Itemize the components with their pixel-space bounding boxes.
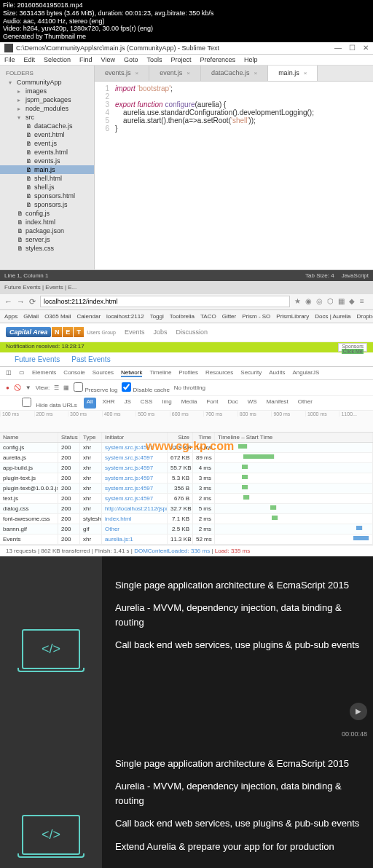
menu-goto[interactable]: Goto xyxy=(124,56,138,63)
dt-tab[interactable]: AngularJS xyxy=(292,369,319,377)
tree-file[interactable]: 🗎dataCache.js xyxy=(0,122,94,130)
bookmark[interactable]: Apps xyxy=(4,313,17,320)
tree-file[interactable]: 🗎styles.css xyxy=(0,244,94,253)
syntax[interactable]: JavaScript xyxy=(342,272,369,279)
bookmark[interactable]: O365 Mail xyxy=(44,313,71,320)
menu-preferences[interactable]: Preferences xyxy=(200,56,235,63)
table-row[interactable]: plugin-text@1.0.0.3.js200xhrsystem.src.j… xyxy=(0,484,373,494)
tree-file-selected[interactable]: 🗎main.js xyxy=(0,165,94,174)
tab-size[interactable]: Tab Size: 4 xyxy=(305,272,334,279)
play-button[interactable]: ▶ xyxy=(350,703,367,720)
preserve-log-checkbox[interactable]: Preserve log xyxy=(74,382,117,393)
clickme-button[interactable]: Click Me xyxy=(342,349,364,354)
close-icon[interactable]: × xyxy=(304,70,307,76)
close-icon[interactable]: × xyxy=(186,70,190,76)
tree-file[interactable]: 🗎shell.html xyxy=(0,174,94,183)
tree-file[interactable]: 🗎index.html xyxy=(0,218,94,226)
close-button[interactable]: ✕ xyxy=(363,44,369,52)
tab[interactable]: dataCache.js× xyxy=(201,66,268,81)
dt-tab[interactable]: Elements xyxy=(32,369,56,377)
dt-tab[interactable]: Resources xyxy=(205,369,233,377)
record-icon[interactable]: ● xyxy=(6,384,9,391)
page-tab[interactable]: Past Events xyxy=(71,355,110,363)
bookmark[interactable]: Gitter xyxy=(222,313,237,320)
table-row[interactable]: plugin-text.js200xhrsystem.src.js:45975.… xyxy=(0,473,373,484)
nav-tab[interactable]: Discussion xyxy=(176,328,208,336)
tree-file[interactable]: 🗎event.js xyxy=(0,139,94,148)
ext-icon[interactable]: ▦ xyxy=(338,297,347,306)
back-button[interactable]: ← xyxy=(4,297,12,306)
close-icon[interactable]: × xyxy=(254,70,257,76)
dt-tab[interactable]: Profiles xyxy=(178,369,198,377)
ext-icon[interactable]: ⬡ xyxy=(327,297,336,306)
tree-folder[interactable]: ▸node_modules xyxy=(0,104,94,113)
tab[interactable]: events.js× xyxy=(95,66,149,81)
tree-file[interactable]: 🗎event.html xyxy=(0,130,94,139)
page-tab[interactable]: Future Events xyxy=(15,355,60,363)
menu-find[interactable]: Find xyxy=(79,56,93,63)
type-all[interactable]: All xyxy=(84,398,96,409)
type-filter[interactable]: Manifest xyxy=(264,398,291,409)
ext-icon[interactable]: ◎ xyxy=(316,297,325,306)
table-row[interactable]: aurelia.js200xhrsystem.src.js:4597672 KB… xyxy=(0,453,373,463)
clear-icon[interactable]: 🚫 xyxy=(14,384,21,391)
disable-cache-checkbox[interactable]: Disable cache xyxy=(122,382,169,393)
sponsors-box[interactable]: Sponsors Click Me xyxy=(338,343,367,352)
menu-help[interactable]: Help xyxy=(244,56,258,63)
dt-tab[interactable]: Console xyxy=(63,369,85,377)
tree-folder[interactable]: ▾src xyxy=(0,113,94,122)
tree-file[interactable]: 🗎sponsors.html xyxy=(0,192,94,200)
tree-file[interactable]: 🗎shell.js xyxy=(0,183,94,192)
filter-icon[interactable]: ▼ xyxy=(25,384,31,391)
type-filter[interactable]: XHR xyxy=(100,398,118,409)
bookmark[interactable]: GMail xyxy=(23,313,39,320)
ext-icon[interactable]: ◆ xyxy=(349,297,358,306)
type-filter[interactable]: Doc xyxy=(224,398,240,409)
url-input[interactable] xyxy=(40,296,290,307)
table-row[interactable]: text.js200xhrsystem.src.js:4597676 B2 ms xyxy=(0,494,373,504)
menu-project[interactable]: Project xyxy=(170,56,191,63)
code-editor[interactable]: 1import 'bootstrap'; 2 3export function … xyxy=(95,82,373,269)
bookmark[interactable]: Calendar xyxy=(77,313,101,320)
throttle-select[interactable]: No throttling xyxy=(174,384,205,391)
tree-file[interactable]: 🗎events.html xyxy=(0,148,94,157)
bookmark[interactable]: Docs | Aurelia xyxy=(315,313,350,320)
bookmark[interactable]: Prism - SO xyxy=(242,313,270,320)
type-filter[interactable]: JS xyxy=(122,398,134,409)
inspect-icon[interactable]: ◫ xyxy=(6,369,12,377)
bookmark[interactable]: PrismLibrary xyxy=(276,313,309,320)
tree-file[interactable]: 🗎events.js xyxy=(0,157,94,165)
ext-icon[interactable]: ★ xyxy=(294,297,303,306)
tree-file[interactable]: 🗎config.js xyxy=(0,209,94,218)
table-row[interactable]: dialog.css200xhrhttp://localhost:2112/js… xyxy=(0,504,373,514)
nav-tab[interactable]: Events xyxy=(125,328,145,336)
tab[interactable]: event.js× xyxy=(149,66,201,81)
hide-urls-checkbox[interactable]: Hide data URLs xyxy=(22,398,80,409)
browser-tab[interactable]: Future Events | Events | E... xyxy=(4,284,76,291)
tree-file[interactable]: 🗎server.js xyxy=(0,235,94,244)
bookmark[interactable]: Toolbrella xyxy=(170,313,195,320)
menu-edit[interactable]: Edit xyxy=(24,56,36,63)
type-filter[interactable]: CSS xyxy=(138,398,155,409)
titlebar[interactable]: C:\Demos\CommunityApp\src\main.js (Commu… xyxy=(0,42,373,55)
table-row[interactable]: bannn.gif200gifOther2.5 KB2 ms xyxy=(0,524,373,534)
bookmark[interactable]: TACO xyxy=(200,313,216,320)
menu-tools[interactable]: Tools xyxy=(146,56,162,63)
dt-tab-active[interactable]: Network xyxy=(121,369,142,377)
devtools-timeline[interactable]: 100 ms200 ms300 ms400 ms500 ms600 ms700 … xyxy=(0,411,373,433)
table-row[interactable]: config.js200xhrsystem.src.js:459721.9 KB… xyxy=(0,443,373,453)
dt-tab[interactable]: Sources xyxy=(93,369,114,377)
tree-root[interactable]: ▾CommunityApp xyxy=(0,78,94,87)
minimize-button[interactable]: — xyxy=(334,44,342,52)
type-filter[interactable]: Other xyxy=(295,398,315,409)
menu-icon[interactable]: ≡ xyxy=(360,297,369,306)
dt-tab[interactable]: Security xyxy=(240,369,262,377)
tree-file[interactable]: 🗎sponsors.js xyxy=(0,200,94,209)
dt-tab[interactable]: Audits xyxy=(269,369,285,377)
type-filter[interactable]: Font xyxy=(203,398,221,409)
tab-active[interactable]: main.js× xyxy=(268,66,318,81)
table-row[interactable]: app-build.js200xhrsystem.src.js:459755.7… xyxy=(0,463,373,473)
nav-tab[interactable]: Jobs xyxy=(153,328,167,336)
reload-button[interactable]: ⟳ xyxy=(29,297,36,307)
dt-tab[interactable]: Timeline xyxy=(149,369,171,377)
